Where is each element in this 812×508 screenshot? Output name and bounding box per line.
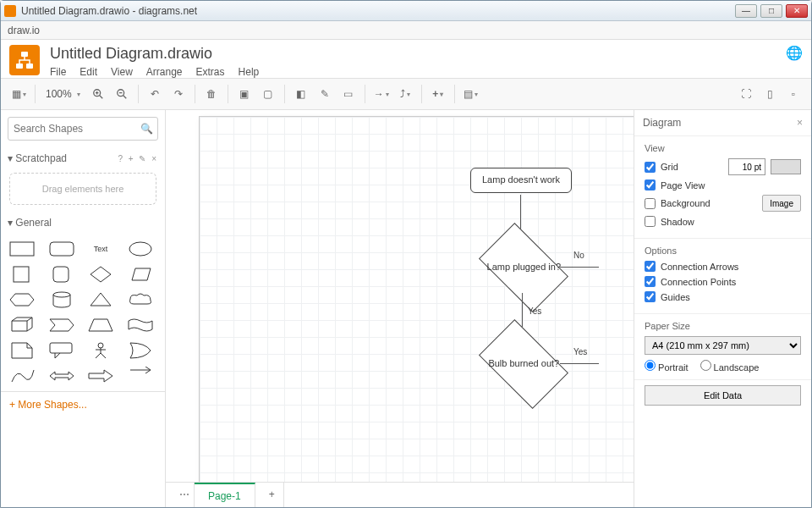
svg-rect-8 — [14, 267, 29, 282]
shape-square[interactable] — [8, 264, 36, 284]
edge[interactable] — [560, 267, 599, 268]
shape-cylinder[interactable] — [47, 290, 76, 310]
scratchpad-header[interactable]: ▾ Scratchpad ? + ✎ × — [1, 147, 165, 169]
window-titlebar: Untitled Diagram.drawio - diagrams.net —… — [1, 1, 811, 21]
shape-text[interactable]: Text — [86, 239, 115, 259]
divider — [35, 85, 36, 103]
menu-extras[interactable]: Extras — [196, 66, 225, 78]
undo-button[interactable]: ↶ — [144, 83, 166, 105]
canvas[interactable]: Lamp doesn't work Lamp plugged in? No Ye… — [166, 110, 634, 482]
pageview-label: Page View — [661, 180, 705, 190]
menu-help[interactable]: Help — [239, 66, 260, 78]
shape-cloud[interactable] — [126, 290, 155, 310]
shape-tape[interactable] — [126, 315, 155, 335]
flowchart-decision-1[interactable]: Lamp plugged in? — [479, 223, 568, 312]
shape-curve[interactable] — [8, 366, 36, 386]
edit-data-button[interactable]: Edit Data — [645, 385, 801, 406]
menu-view[interactable]: View — [111, 66, 133, 78]
shape-callout[interactable] — [47, 340, 76, 361]
grid-checkbox[interactable] — [645, 162, 656, 173]
divider — [454, 85, 455, 103]
tab-page-1[interactable]: Page-1 — [195, 483, 255, 507]
shape-arrow[interactable] — [86, 366, 115, 386]
header-text: Untitled Diagram.drawio File Edit View A… — [50, 45, 776, 78]
svg-rect-11 — [50, 343, 72, 353]
shape-search[interactable]: 🔍 — [8, 117, 158, 141]
menu-edit[interactable]: Edit — [80, 66, 97, 78]
paper-size-select[interactable]: A4 (210 mm x 297 mm) — [645, 336, 801, 355]
edge[interactable] — [560, 363, 599, 364]
shape-actor[interactable] — [86, 340, 115, 361]
file-title[interactable]: Untitled Diagram.drawio — [50, 45, 776, 63]
waypoint-button[interactable]: ⤴▾ — [394, 83, 416, 105]
shape-parallelogram[interactable] — [126, 264, 155, 284]
table-button[interactable]: ▤▾ — [460, 83, 482, 105]
general-header[interactable]: ▾ General — [1, 212, 165, 234]
menu-file[interactable]: File — [50, 66, 66, 78]
more-shapes-button[interactable]: + More Shapes... — [1, 391, 165, 417]
shape-or[interactable] — [126, 340, 155, 361]
fullscreen-button[interactable]: ⛶ — [735, 83, 757, 105]
flowchart-decision-2[interactable]: Bulb burned out? — [479, 319, 568, 409]
format-button[interactable]: ▯ — [759, 83, 781, 105]
divider — [284, 85, 285, 103]
landscape-radio[interactable]: Landscape — [700, 360, 760, 373]
search-input[interactable] — [14, 123, 140, 135]
shape-trapezoid[interactable] — [86, 315, 115, 335]
outline-button[interactable]: ▫ — [782, 83, 804, 105]
edge-label-yes-2: Yes — [573, 347, 587, 356]
to-back-button[interactable]: ▢ — [257, 83, 279, 105]
shape-triangle[interactable] — [86, 290, 115, 310]
canvas-column: Lamp doesn't work Lamp plugged in? No Ye… — [166, 110, 634, 507]
shadow-checkbox[interactable] — [645, 216, 656, 227]
page-menu-button[interactable]: ⋯ — [166, 483, 195, 507]
maximize-button[interactable]: □ — [760, 4, 782, 18]
redo-button[interactable]: ↷ — [167, 83, 189, 105]
shape-link[interactable] — [126, 366, 155, 386]
shape-roundsquare[interactable] — [47, 264, 76, 284]
insert-button[interactable]: +▾ — [427, 83, 449, 105]
close-panel-icon[interactable]: × — [797, 117, 803, 129]
menu-arrange[interactable]: Arrange — [146, 66, 183, 78]
page-surface[interactable]: Lamp doesn't work Lamp plugged in? No Ye… — [200, 117, 634, 482]
shape-cube[interactable] — [8, 315, 36, 335]
pageview-checkbox[interactable] — [645, 179, 656, 190]
guides-checkbox[interactable] — [645, 291, 656, 302]
divider — [138, 85, 139, 103]
shape-hexagon[interactable] — [8, 290, 36, 310]
minimize-button[interactable]: — — [735, 4, 757, 18]
background-image-button[interactable]: Image — [762, 195, 801, 212]
delete-button[interactable]: 🗑 — [200, 83, 222, 105]
to-front-button[interactable]: ▣ — [233, 83, 255, 105]
divider — [365, 85, 365, 103]
shape-note[interactable] — [8, 340, 36, 361]
portrait-radio[interactable]: Portrait — [645, 360, 689, 373]
zoom-in-button[interactable] — [87, 83, 109, 105]
conn-points-checkbox[interactable] — [645, 276, 656, 287]
close-button[interactable]: ✕ — [786, 4, 808, 18]
svg-point-7 — [129, 242, 151, 256]
shape-arrow-bi[interactable] — [47, 366, 76, 386]
language-icon[interactable]: 🌐 — [786, 45, 803, 62]
shape-rect[interactable] — [8, 239, 36, 259]
zoom-dropdown[interactable]: 100%▾ — [41, 85, 85, 103]
grid-color-swatch[interactable] — [771, 159, 801, 174]
shapes-palette: Text — [1, 234, 165, 391]
zoom-out-button[interactable] — [111, 83, 133, 105]
add-page-button[interactable]: + — [255, 483, 284, 507]
shape-roundrect[interactable] — [47, 239, 76, 259]
conn-arrows-checkbox[interactable] — [645, 261, 656, 272]
sidebar-toggle-button[interactable]: ▦▾ — [8, 83, 30, 105]
shape-ellipse[interactable] — [126, 239, 155, 259]
connection-button[interactable]: →▾ — [370, 83, 392, 105]
line-color-button[interactable]: ✎ — [314, 83, 336, 105]
shadow-button[interactable]: ▭ — [337, 83, 359, 105]
flowchart-start-node[interactable]: Lamp doesn't work — [470, 168, 572, 193]
shape-step[interactable] — [47, 315, 76, 335]
grid-size-input[interactable] — [728, 158, 765, 175]
shape-diamond[interactable] — [86, 264, 115, 284]
scratchpad-dropzone[interactable]: Drag elements here — [9, 173, 156, 205]
scratchpad-actions[interactable]: ? + ✎ × — [118, 154, 158, 163]
fill-color-button[interactable]: ◧ — [290, 83, 312, 105]
background-checkbox[interactable] — [645, 198, 656, 209]
